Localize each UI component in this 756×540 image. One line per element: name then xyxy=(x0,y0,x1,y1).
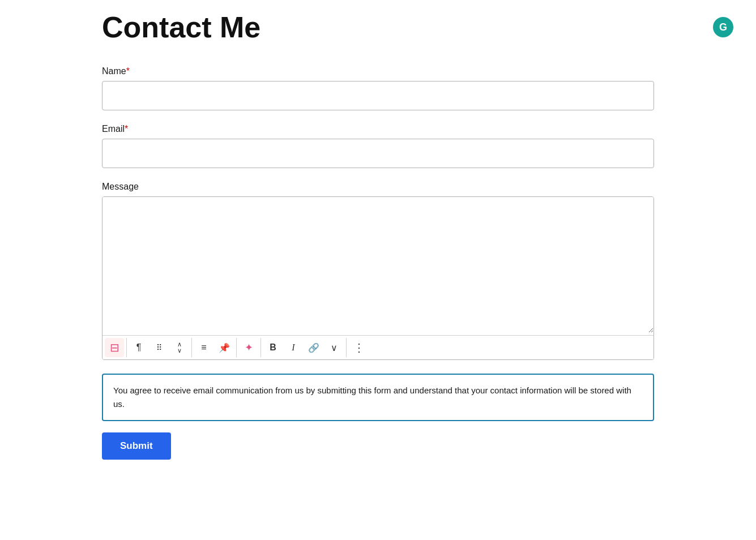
move-button[interactable]: ∧ ∨ xyxy=(170,338,189,357)
toolbar-align-section: ≡ 📌 xyxy=(192,338,237,357)
toolbar-blocks-section: ⊟ xyxy=(102,338,127,357)
message-toolbar: ⊟ ¶ ⠿ ∧ ∨ xyxy=(102,335,654,359)
name-field-group: Name* xyxy=(102,66,654,110)
blocks-button[interactable]: ⊟ xyxy=(105,338,124,357)
pin-button[interactable]: 📌 xyxy=(215,338,234,357)
link-icon: 🔗 xyxy=(308,342,319,353)
more-icon: ⋮ xyxy=(353,341,364,354)
message-textarea[interactable] xyxy=(102,197,654,333)
name-required-star: * xyxy=(126,66,130,76)
message-label: Message xyxy=(102,182,654,192)
paragraph-icon: ¶ xyxy=(136,342,142,353)
pin-icon: 📌 xyxy=(219,342,230,353)
page-title: Contact Me xyxy=(102,11,654,44)
link-button[interactable]: 🔗 xyxy=(304,338,323,357)
italic-icon: I xyxy=(292,342,294,353)
italic-button[interactable]: I xyxy=(284,338,303,357)
consent-box: You agree to receive email communication… xyxy=(102,374,654,421)
message-field-group: Message ⊟ ¶ ⠿ xyxy=(102,182,654,360)
name-label: Name* xyxy=(102,66,654,76)
email-label: Email* xyxy=(102,124,654,134)
message-container: ⊟ ¶ ⠿ ∧ ∨ xyxy=(102,196,654,360)
toolbar-style-section: B I 🔗 ∨ xyxy=(261,338,347,357)
bold-icon: B xyxy=(270,342,276,353)
toolbar-format-section: ¶ ⠿ ∧ ∨ xyxy=(127,338,192,357)
sparkle-button[interactable]: ✦ xyxy=(239,338,258,357)
email-field-group: Email* xyxy=(102,124,654,168)
toolbar-more-section: ⋮ xyxy=(347,338,370,357)
chevron-down-button[interactable]: ∨ xyxy=(324,338,344,357)
contact-form: Name* Email* Message ⊟ xyxy=(102,66,654,460)
toolbar-ai-section: ✦ xyxy=(237,338,261,357)
align-button[interactable]: ≡ xyxy=(194,338,213,357)
chevron-down-icon: ∨ xyxy=(331,342,338,353)
consent-text: You agree to receive email communication… xyxy=(113,384,643,411)
paragraph-button[interactable]: ¶ xyxy=(129,338,148,357)
grammarly-badge[interactable]: G xyxy=(713,17,733,37)
sparkle-icon: ✦ xyxy=(245,341,253,354)
blocks-icon: ⊟ xyxy=(110,341,119,354)
name-input[interactable] xyxy=(102,81,654,110)
email-input[interactable] xyxy=(102,139,654,168)
more-options-button[interactable]: ⋮ xyxy=(349,338,368,357)
email-required-star: * xyxy=(125,124,128,134)
drag-button[interactable]: ⠿ xyxy=(150,338,169,357)
submit-button[interactable]: Submit xyxy=(102,432,171,460)
align-icon: ≡ xyxy=(201,342,206,353)
bold-button[interactable]: B xyxy=(263,338,283,357)
drag-icon: ⠿ xyxy=(156,343,162,352)
move-icon: ∧ ∨ xyxy=(177,341,182,354)
